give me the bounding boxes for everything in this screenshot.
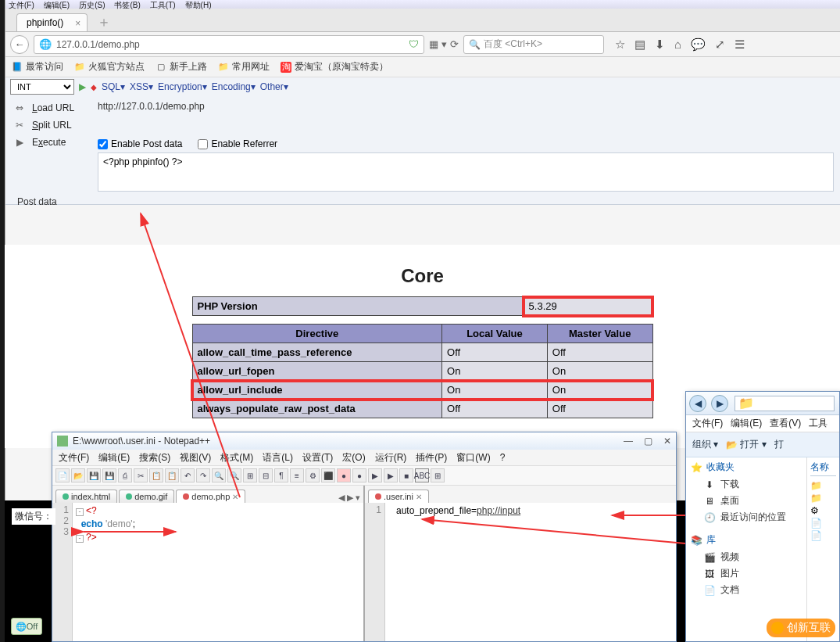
back-button[interactable]: ◀ xyxy=(689,395,706,412)
explorer-content[interactable]: 名称 📁 📁 ⚙ 📄 📄 xyxy=(807,457,839,641)
highlighted-row: allow_url_includeOnOn xyxy=(192,381,652,400)
taskbar-icon[interactable]: 🌐 Off xyxy=(11,618,42,635)
recent-icon: 🕘 xyxy=(703,512,716,523)
browser-menubar[interactable]: 文件(F)编辑(E)历史(S)书签(B)工具(T)帮助(H) xyxy=(5,0,840,9)
globe-icon: 🌐 xyxy=(39,38,52,50)
post-data-input[interactable] xyxy=(98,152,834,192)
scissors-icon: ✂ xyxy=(13,120,26,131)
bookmark-item[interactable]: 📘最常访问 xyxy=(12,60,63,74)
run-icon[interactable]: ▶ xyxy=(79,81,86,92)
col-master: Master Value xyxy=(547,325,652,343)
download-icon[interactable]: ⬇ xyxy=(655,38,665,52)
new-tab-button[interactable]: ＋ xyxy=(91,13,117,31)
chat-icon[interactable]: 💬 xyxy=(691,38,706,52)
sidebar-item[interactable]: 🖥桌面 xyxy=(691,493,802,509)
explorer-sidebar: ⭐ 收藏夹 ⬇下载 🖥桌面 🕘最近访问的位置 📚 库 🎬视频 🖼图片 📄文档 xyxy=(686,457,807,641)
code-editor-right[interactable]: 1 auto_prepend_file=php://input xyxy=(365,503,676,641)
php-version-label: PHP Version xyxy=(192,297,524,316)
enable-referrer-checkbox[interactable]: Enable Referrer xyxy=(198,138,277,149)
url-input[interactable]: 🌐 127.0.0.1/demo.php 🛡 xyxy=(34,35,424,54)
browser-tab[interactable]: phpinfo() × xyxy=(16,13,88,31)
post-data-label: Post data xyxy=(17,196,57,207)
tab-bar: phpinfo() × ＋ xyxy=(5,9,840,32)
hackbar-menu-xss[interactable]: XSS▾ xyxy=(130,81,153,92)
notepadpp-icon xyxy=(57,436,68,447)
editor-tab-active[interactable]: demo.php✕ xyxy=(176,490,245,503)
sidebar-item[interactable]: 📄文档 xyxy=(691,582,802,598)
col-local: Local Value xyxy=(442,325,548,343)
expand-icon[interactable]: ⤢ xyxy=(715,38,725,52)
path-input[interactable]: 📁 xyxy=(735,396,835,411)
hackbar-menu-encryption[interactable]: Encryption▾ xyxy=(158,81,207,92)
address-bar: ← 🌐 127.0.0.1/demo.php 🛡 ▦ ▾ ⟳ 🔍 百度 <Ctr… xyxy=(5,32,840,57)
search-input[interactable]: 🔍 百度 <Ctrl+K> xyxy=(463,35,604,54)
int-select[interactable]: INT xyxy=(10,79,74,95)
new-file-icon[interactable]: 📄 xyxy=(55,468,70,482)
execute-button[interactable]: ▶Execute xyxy=(5,134,91,151)
home-icon[interactable]: ⌂ xyxy=(674,38,681,51)
sidebar-icon[interactable]: ▤ xyxy=(634,38,645,52)
bookmark-item[interactable]: 📁火狐官方站点 xyxy=(74,60,145,74)
forward-button[interactable]: ▶ xyxy=(711,395,728,412)
save-all-icon[interactable]: 💾 xyxy=(102,468,116,482)
loadurl-display[interactable]: http://127.0.0.1/demo.php xyxy=(98,99,834,135)
sidebar-item[interactable]: 🎬视频 xyxy=(691,549,802,565)
dropdown-icon[interactable]: ▾ xyxy=(441,38,447,50)
editor-tab-active[interactable]: .user.ini✕ xyxy=(368,490,429,503)
toolbar-icons: ☆ ▤ ⬇ ⌂ 💬 ⤢ ☰ xyxy=(615,38,745,52)
hackbar-menu-other[interactable]: Other▾ xyxy=(260,81,288,92)
close-icon[interactable]: ✕ xyxy=(663,436,671,447)
open-icon[interactable]: 📂 xyxy=(71,468,85,482)
save-icon[interactable]: 💾 xyxy=(87,468,101,482)
favorites-header[interactable]: ⭐ 收藏夹 xyxy=(691,461,802,474)
explorer-nav: ◀ ▶ 📁 xyxy=(686,392,839,415)
code-editor-left[interactable]: 123 -<? echo 'demo'; -?> xyxy=(52,503,363,641)
sidebar-item[interactable]: 🕘最近访问的位置 xyxy=(691,509,802,525)
load-url-button[interactable]: ⇔Load URL xyxy=(5,99,91,117)
close-tab-icon[interactable]: ✕ xyxy=(416,493,422,501)
notepad-toolbar[interactable]: 📄📂💾💾⎙✂📋📋↶↷🔍🔍⊞⊟¶≡⚙⬛●●▶▶■ABC⊞ xyxy=(52,465,676,486)
libraries-header[interactable]: 📚 库 xyxy=(691,533,802,547)
close-icon[interactable]: × xyxy=(75,18,80,29)
grid-icon[interactable]: ▦ xyxy=(429,38,438,50)
split-url-button[interactable]: ✂Split URL xyxy=(5,117,91,134)
star-icon[interactable]: ☆ xyxy=(615,38,625,52)
organize-button[interactable]: 组织 ▾ xyxy=(692,438,718,451)
bookmark-item[interactable]: 📁常用网址 xyxy=(218,60,270,74)
hackbar-panel: INT ▶ ◆ SQL▾ XSS▾ Encryption▾ Encoding▾ … xyxy=(5,77,840,205)
desktop-icon: 🖥 xyxy=(703,496,716,507)
menu-icon[interactable]: ☰ xyxy=(735,38,745,52)
stop-icon[interactable]: ◆ xyxy=(91,83,97,91)
php-version-value: 5.3.29 xyxy=(524,297,652,316)
minimize-icon[interactable]: — xyxy=(624,436,633,447)
watermark-icon xyxy=(771,622,784,634)
editor-pane-right: .user.ini✕ 1 auto_prepend_file=php://inp… xyxy=(365,486,676,641)
editor-tab[interactable]: demo.gif xyxy=(119,490,174,503)
enable-post-checkbox[interactable]: Enable Post data xyxy=(98,138,182,149)
close-tab-icon[interactable]: ✕ xyxy=(232,493,238,501)
bookmark-item[interactable]: ▢新手上路 xyxy=(155,60,207,74)
bookmarks-bar: 📘最常访问 📁火狐官方站点 ▢新手上路 📁常用网址 淘爱淘宝（原淘宝特卖） xyxy=(5,57,840,77)
column-header-name[interactable]: 名称 xyxy=(810,461,836,476)
sidebar-item[interactable]: ⬇下载 xyxy=(691,476,802,493)
bookmark-item[interactable]: 淘爱淘宝（原淘宝特卖） xyxy=(281,60,388,74)
editor-pane-left: index.html demo.gif demo.php✕ ◀ ▶ ▾ 123 … xyxy=(52,486,365,641)
hackbar-menu-encoding[interactable]: Encoding▾ xyxy=(212,81,256,92)
hackbar-menu-sql[interactable]: SQL▾ xyxy=(102,81,125,92)
col-directive: Directive xyxy=(192,325,442,343)
back-button[interactable]: ← xyxy=(10,35,29,54)
notepad-title: E:\wwwroot\.user.ini - Notepad++ xyxy=(73,436,210,447)
notepad-window: E:\wwwroot\.user.ini - Notepad++ — ▢ ✕ 文… xyxy=(52,432,677,642)
print-button[interactable]: 打 xyxy=(774,438,784,451)
editor-tab[interactable]: index.html xyxy=(55,490,117,503)
explorer-toolbar: 组织 ▾ 📂 打开 ▾ 打 xyxy=(686,432,839,457)
play-icon: ▶ xyxy=(13,137,26,148)
explorer-menubar[interactable]: 文件(F)编辑(E)查看(V)工具 xyxy=(686,415,839,432)
open-button[interactable]: 📂 打开 ▾ xyxy=(726,438,766,451)
notepad-menubar[interactable]: 文件(F)编辑(E)搜索(S)视图(V)格式(M)语言(L)设置(T)宏(O)运… xyxy=(52,450,676,465)
reload-icon[interactable]: ⟳ xyxy=(450,38,459,50)
tab-nav[interactable]: ◀ ▶ ▾ xyxy=(338,493,360,503)
maximize-icon[interactable]: ▢ xyxy=(644,436,652,447)
sidebar-item[interactable]: 🖼图片 xyxy=(691,565,802,582)
notepad-titlebar[interactable]: E:\wwwroot\.user.ini - Notepad++ — ▢ ✕ xyxy=(52,432,676,450)
